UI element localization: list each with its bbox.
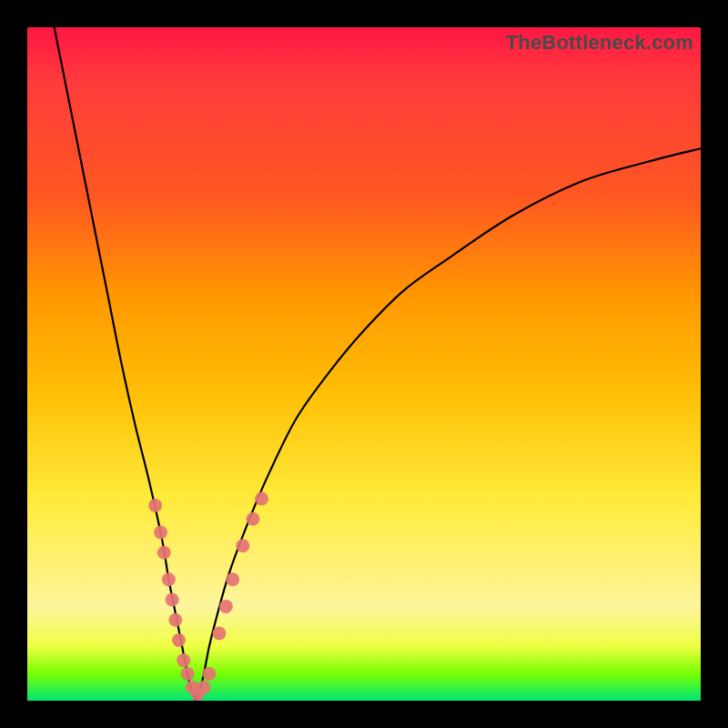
sample-dot xyxy=(246,512,259,526)
curve-right xyxy=(196,148,701,701)
sample-dot xyxy=(177,653,190,667)
sample-dot xyxy=(168,613,182,627)
sample-dot xyxy=(162,572,176,586)
sample-dot xyxy=(197,681,210,694)
sample-dot xyxy=(154,526,167,540)
sample-dot xyxy=(157,546,171,560)
sample-dot xyxy=(148,499,162,512)
sample-dot xyxy=(166,593,179,607)
sample-dot xyxy=(202,667,216,681)
sample-dot xyxy=(226,572,239,586)
plot-area: TheBottleneck.com xyxy=(27,27,701,701)
sample-dot xyxy=(172,633,186,647)
sample-dot xyxy=(219,600,233,613)
chart-frame: TheBottleneck.com xyxy=(0,0,728,728)
sample-dot xyxy=(236,539,249,552)
highlight-dots xyxy=(148,492,268,702)
chart-svg xyxy=(27,27,701,701)
sample-dot xyxy=(212,627,226,641)
sample-dot xyxy=(181,667,195,681)
sample-dot xyxy=(255,492,268,506)
